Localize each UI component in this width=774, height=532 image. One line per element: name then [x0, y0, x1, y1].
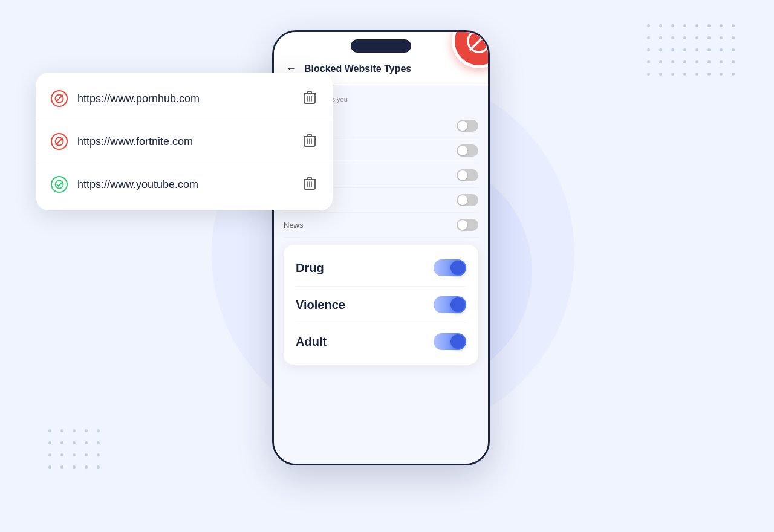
dot-grid-bottom	[48, 429, 103, 472]
delete-fortnite-button[interactable]	[301, 131, 318, 152]
blocked-icon-pornhub	[51, 90, 68, 107]
toggle-switch-2[interactable]	[457, 144, 478, 157]
url-item-fortnite: https://www.fortnite.com	[36, 120, 333, 163]
svg-rect-6	[308, 91, 311, 94]
url-list-card: https://www.pornhub.com https://www.fort…	[36, 73, 333, 210]
toggle-row-news: News	[284, 213, 478, 238]
toggle-label-drug: Drug	[296, 261, 324, 275]
svg-rect-21	[308, 177, 311, 180]
toggle-switch-drug[interactable]	[434, 259, 466, 276]
toggle-label-violence: Violence	[296, 298, 345, 312]
toggle-label-adult: Adult	[296, 335, 327, 349]
url-text-fortnite: https://www.fortnite.com	[77, 135, 291, 148]
allowed-icon-youtube	[51, 176, 68, 193]
toggle-switch-1[interactable]	[457, 120, 478, 132]
phone-notch	[351, 39, 411, 53]
toggle-switch-news[interactable]	[457, 219, 478, 231]
toggle-row-violence: Violence	[296, 287, 466, 323]
url-item-pornhub: https://www.pornhub.com	[36, 77, 333, 120]
svg-rect-14	[308, 134, 311, 137]
url-text-pornhub: https://www.pornhub.com	[77, 92, 291, 105]
toggle-row-drug: Drug	[296, 250, 466, 287]
svg-point-18	[56, 181, 63, 189]
blocked-types-card: Drug Violence Adult	[284, 245, 478, 365]
delete-pornhub-button[interactable]	[301, 88, 318, 109]
svg-line-3	[56, 96, 63, 102]
toggle-row-adult: Adult	[296, 323, 466, 360]
dot-grid-right	[647, 24, 738, 79]
url-text-youtube: https://www.youtube.com	[77, 178, 291, 191]
url-item-youtube: https://www.youtube.com	[36, 163, 333, 206]
toggle-switch-adult[interactable]	[434, 333, 466, 350]
toggle-label-news: News	[284, 221, 304, 230]
svg-line-11	[56, 138, 63, 145]
blocked-icon-fortnite	[51, 133, 68, 150]
toggle-switch-violence[interactable]	[434, 296, 466, 313]
toggle-switch-weather[interactable]	[457, 194, 478, 206]
toggle-switch-3[interactable]	[457, 169, 478, 181]
delete-youtube-button[interactable]	[301, 174, 318, 195]
svg-line-1	[470, 33, 487, 50]
